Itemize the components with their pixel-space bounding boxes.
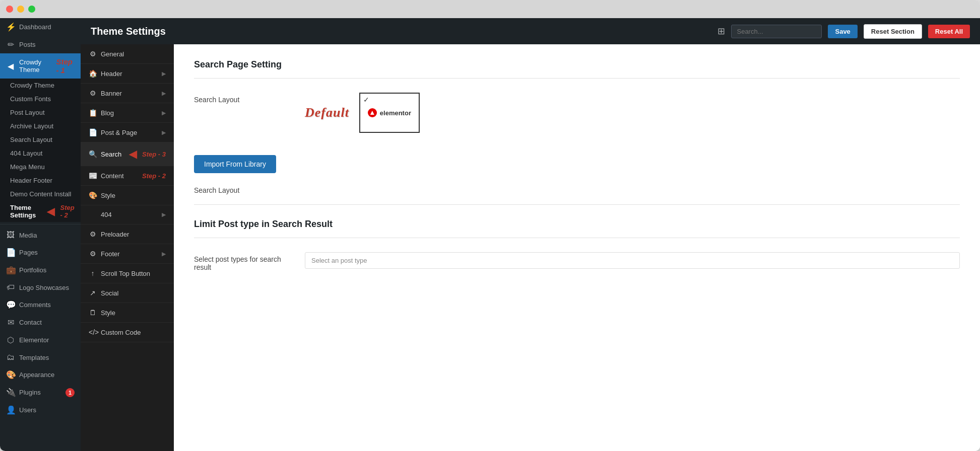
theme-sidebar-item-style[interactable]: 🎨 Style <box>81 186 174 205</box>
sidebar-divider <box>0 224 81 224</box>
mac-titlebar <box>0 0 980 18</box>
theme-sidebar-item-general[interactable]: ⚙ General <box>81 44 174 64</box>
search-layout-label: Search Layout <box>194 93 295 104</box>
portfolios-icon: 💼 <box>6 265 15 275</box>
save-button[interactable]: Save <box>828 25 857 38</box>
theme-sidebar-item-custom-code[interactable]: </> Custom Code <box>81 323 174 342</box>
sidebar-label-404-layout: 404 Layout <box>10 149 42 157</box>
step3-annotation: Step - 3 <box>142 151 166 158</box>
minimize-btn[interactable] <box>17 6 24 13</box>
sidebar-item-custom-fonts[interactable]: Custom Fonts <box>0 92 81 106</box>
grid-icon[interactable]: ⊞ <box>717 26 725 37</box>
theme-sidebar-item-content[interactable]: 📰 Content Step - 2 <box>81 166 174 186</box>
logo-showcases-icon: 🏷 <box>6 283 15 292</box>
theme-sidebar-item-scroll-top[interactable]: ↑ Scroll Top Button <box>81 264 174 283</box>
sidebar-item-posts[interactable]: ✏ Posts <box>0 36 81 53</box>
layout-options: Default ✓ elementor <box>305 93 960 133</box>
theme-sidebar-item-style2[interactable]: 🗒 Style <box>81 303 174 323</box>
sidebar-item-demo-content[interactable]: Demo Content Install <box>0 187 81 201</box>
close-btn[interactable] <box>6 6 13 13</box>
sidebar-item-elementor[interactable]: ⬡ Elementor <box>0 331 81 349</box>
sidebar-label-posts: Posts <box>19 41 36 48</box>
sidebar-item-search-layout[interactable]: Search Layout <box>0 133 81 146</box>
sidebar-item-media[interactable]: 🖼 Media <box>0 227 81 244</box>
posts-icon: ✏ <box>6 40 15 49</box>
theme-sidebar-item-blog[interactable]: 📋 Blog ▶ <box>81 103 174 123</box>
sidebar-item-dashboard[interactable]: ⚡ Dashboard <box>0 18 81 36</box>
theme-sidebar-label-404: 404 <box>101 211 112 218</box>
sidebar-item-crowdy-theme-sub[interactable]: Crowdy Theme <box>0 79 81 92</box>
sidebar-item-portfolios[interactable]: 💼 Portfolios <box>0 261 81 279</box>
theme-sidebar-general-left: ⚙ General <box>89 50 124 58</box>
theme-sidebar-item-header[interactable]: 🏠 Header ▶ <box>81 64 174 84</box>
sidebar-item-post-layout[interactable]: Post Layout <box>0 106 81 119</box>
sidebar-item-plugins[interactable]: 🔌 Plugins 1 <box>0 384 81 401</box>
scroll-top-icon: ↑ <box>89 269 97 277</box>
sidebar-label-pages: Pages <box>19 249 38 256</box>
templates-icon: 🗂 <box>6 353 15 362</box>
theme-sidebar-label-blog: Blog <box>101 109 114 117</box>
theme-sidebar-header-left: 🏠 Header <box>89 69 122 78</box>
sidebar-item-pages[interactable]: 📄 Pages <box>0 244 81 261</box>
section-divider <box>194 204 960 205</box>
custom-code-icon: </> <box>89 328 97 336</box>
post-types-label: Select post types for search result <box>194 252 295 271</box>
sidebar-label-contact: Contact <box>19 319 42 326</box>
reset-section-button[interactable]: Reset Section <box>864 24 922 39</box>
layout-option-elementor[interactable]: ✓ elementor <box>359 93 420 133</box>
appearance-icon: 🎨 <box>6 370 15 380</box>
sidebar-item-mega-menu[interactable]: Mega Menu <box>0 160 81 174</box>
maximize-btn[interactable] <box>28 6 35 13</box>
post-page-arrow-icon: ▶ <box>162 129 166 136</box>
sidebar-item-templates[interactable]: 🗂 Templates <box>0 349 81 366</box>
post-types-row: Select post types for search result Sele… <box>194 252 960 271</box>
post-types-select[interactable]: Select an post type <box>305 252 960 269</box>
sidebar-item-theme-settings[interactable]: Theme Settings ◀ Step - 2 <box>0 201 81 222</box>
theme-sidebar-blog-left: 📋 Blog <box>89 109 114 117</box>
sidebar-item-404-layout[interactable]: 404 Layout <box>0 146 81 160</box>
theme-sidebar-item-search[interactable]: 🔍 Search ◀ Step - 3 <box>81 142 174 166</box>
section1-title: Search Page Setting <box>194 59 960 79</box>
step2-annotation: Step - 2 <box>142 172 166 180</box>
sidebar-item-appearance[interactable]: 🎨 Appearance <box>0 366 81 384</box>
sidebar-item-users[interactable]: 👤 Users <box>0 401 81 419</box>
sidebar-label-media: Media <box>19 232 37 239</box>
sidebar-label-crowdy-theme-sub: Crowdy Theme <box>10 82 54 89</box>
elementor-logo: elementor <box>368 108 411 117</box>
theme-sidebar-item-404[interactable]: 404 ▶ <box>81 205 174 224</box>
theme-sidebar-item-social[interactable]: ↗ Social <box>81 283 174 303</box>
mac-window: ⚡ Dashboard ✏ Posts ◀ Crowdy Theme Step … <box>0 0 980 451</box>
banner-arrow-icon: ▶ <box>162 90 166 97</box>
layout-option-default[interactable]: Default <box>305 105 349 120</box>
theme-sidebar: ⚙ General 🏠 Header ▶ <box>81 44 174 451</box>
sidebar-item-header-footer[interactable]: Header Footer <box>0 174 81 187</box>
reset-all-button[interactable]: Reset All <box>928 25 970 38</box>
elementor-logo-text: elementor <box>380 109 411 117</box>
social-icon: ↗ <box>89 289 97 297</box>
sidebar-label-elementor: Elementor <box>19 336 49 344</box>
import-from-library-button[interactable]: Import From Library <box>194 155 276 173</box>
theme-sidebar-item-preloader[interactable]: ⚙ Preloader <box>81 224 174 244</box>
sidebar-item-logo-showcases[interactable]: 🏷 Logo Showcases <box>0 279 81 296</box>
sidebar-label-appearance: Appearance <box>19 371 54 379</box>
step1-annotation: Step - 1 <box>56 57 75 74</box>
theme-sidebar-item-banner[interactable]: ⚙ Banner ▶ <box>81 84 174 103</box>
general-icon: ⚙ <box>89 50 97 58</box>
theme-sidebar-404-left: 404 <box>89 211 112 218</box>
content-area: Theme Settings ⊞ Save Reset Section Rese… <box>81 18 980 451</box>
sidebar-item-archive-layout[interactable]: Archive Layout <box>0 119 81 133</box>
sidebar-label-comments: Comments <box>19 301 51 309</box>
sidebar-label-logo-showcases: Logo Showcases <box>19 284 69 291</box>
sidebar-item-comments[interactable]: 💬 Comments <box>0 296 81 314</box>
sidebar-label-custom-fonts: Custom Fonts <box>10 95 51 103</box>
theme-sidebar-style-left: 🎨 Style <box>89 191 115 199</box>
sidebar-item-contact[interactable]: ✉ Contact <box>0 314 81 331</box>
theme-sidebar-item-post-page[interactable]: 📄 Post & Page ▶ <box>81 123 174 142</box>
theme-sidebar-label-header: Header <box>101 70 122 78</box>
theme-sidebar-item-footer[interactable]: ⚙ Footer ▶ <box>81 244 174 264</box>
theme-sidebar-social-left: ↗ Social <box>89 289 118 297</box>
sidebar-item-crowdy-theme[interactable]: ◀ Crowdy Theme Step - 1 <box>0 53 81 79</box>
blog-arrow-icon: ▶ <box>162 110 166 116</box>
header-search-input[interactable] <box>731 25 822 38</box>
comments-icon: 💬 <box>6 300 15 310</box>
